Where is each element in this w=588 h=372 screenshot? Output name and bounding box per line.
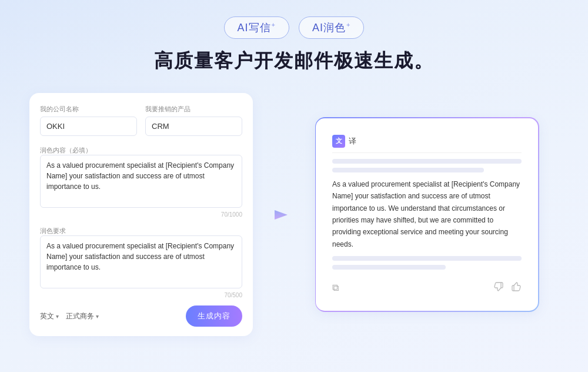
company-group: 我的公司名称: [40, 105, 137, 136]
translate-bar: 文 译: [332, 135, 522, 153]
result-text: As a valued procurement specialist at [R…: [332, 178, 522, 250]
lang-select-label: 英文: [40, 311, 54, 321]
main-headline: 高质量客户开发邮件极速生成。: [154, 48, 434, 74]
blur-line-3: [332, 256, 522, 261]
ai-write-label: AI写信: [238, 22, 271, 34]
ai-polish-plus: +: [346, 21, 350, 28]
ai-write-plus: +: [272, 21, 276, 28]
footer-selects: 英文 ▾ 正式商务 ▾: [40, 311, 99, 321]
polish-content-count: 70/1000: [40, 211, 242, 218]
product-group: 我要推销的产品: [145, 105, 242, 136]
generate-button[interactable]: 生成内容: [186, 305, 242, 327]
right-panel: 文 译 As a valued procurement specialist a…: [315, 118, 539, 311]
product-input[interactable]: [145, 117, 242, 136]
right-panel-footer: ⧉: [332, 277, 522, 294]
style-select-label: 正式商务: [66, 311, 94, 321]
polish-content-label: 润色内容（必填）: [40, 147, 92, 154]
content-area: 我的公司名称 我要推销的产品 润色内容（必填） As a valued proc…: [29, 93, 559, 336]
ai-polish-label: AI润色: [312, 22, 346, 34]
svg-marker-0: [275, 210, 288, 220]
polish-req-textarea[interactable]: As a valued procurement specialist at [R…: [40, 235, 242, 288]
polish-req-group: 润色要求 As a valued procurement specialist …: [40, 225, 242, 298]
company-label: 我的公司名称: [40, 105, 137, 114]
dislike-icon[interactable]: [493, 281, 504, 294]
lang-select-arrow: ▾: [56, 313, 59, 320]
ai-write-badge[interactable]: AI写信+: [224, 16, 289, 39]
ai-polish-badge[interactable]: AI润色+: [299, 16, 364, 39]
feedback-icons: [493, 281, 522, 294]
left-panel: 我的公司名称 我要推销的产品 润色内容（必填） As a valued proc…: [29, 93, 253, 336]
polish-req-count: 70/500: [40, 292, 242, 298]
style-select-arrow: ▾: [96, 313, 99, 320]
polish-content-group: 润色内容（必填） As a valued procurement special…: [40, 144, 242, 218]
blur-line-1: [332, 159, 522, 164]
polish-req-label: 润色要求: [40, 227, 66, 234]
style-select[interactable]: 正式商务 ▾: [66, 311, 99, 321]
arrow-container: [269, 203, 299, 227]
blur-line-2: [332, 168, 484, 172]
blur-line-4: [332, 265, 446, 270]
top-form-row: 我的公司名称 我要推销的产品: [40, 105, 242, 136]
right-arrow-icon: [272, 203, 296, 227]
company-input[interactable]: [40, 117, 137, 136]
copy-icon[interactable]: ⧉: [332, 283, 339, 293]
form-footer: 英文 ▾ 正式商务 ▾ 生成内容: [40, 305, 242, 327]
polish-content-textarea[interactable]: As a valued procurement specialist at [R…: [40, 155, 242, 208]
badge-container: AI写信+ AI润色+: [224, 16, 365, 39]
right-panel-inner: 文 译 As a valued procurement specialist a…: [325, 128, 529, 301]
like-icon[interactable]: [511, 281, 522, 294]
bottom-blur-lines: [332, 256, 522, 270]
translate-label: 译: [349, 136, 356, 147]
lang-select[interactable]: 英文 ▾: [40, 311, 59, 321]
translate-icon: 文: [332, 135, 345, 148]
product-label: 我要推销的产品: [145, 105, 242, 114]
